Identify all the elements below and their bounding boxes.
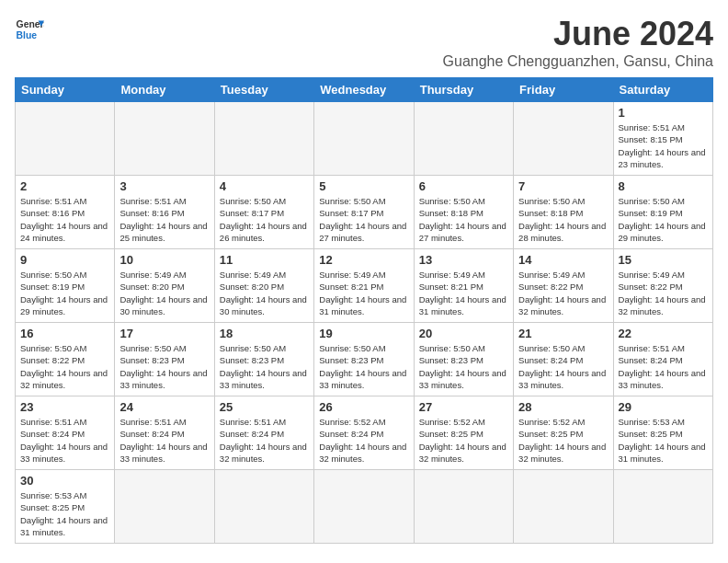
weekday-header-saturday: Saturday [613,78,712,102]
day-number: 1 [619,106,708,120]
calendar-cell: 5Sunrise: 5:50 AM Sunset: 8:17 PM Daylig… [314,176,414,249]
calendar-cell: 7Sunrise: 5:50 AM Sunset: 8:18 PM Daylig… [514,176,613,249]
calendar-cell: 28Sunrise: 5:52 AM Sunset: 8:25 PM Dayli… [514,396,613,470]
day-number: 2 [20,179,109,193]
calendar-week-6: 30Sunrise: 5:53 AM Sunset: 8:25 PM Dayli… [16,470,713,544]
day-info: Sunrise: 5:51 AM Sunset: 8:24 PM Dayligh… [20,416,109,465]
day-info: Sunrise: 5:50 AM Sunset: 8:18 PM Dayligh… [518,195,608,244]
weekday-header-row: SundayMondayTuesdayWednesdayThursdayFrid… [16,78,713,102]
day-number: 20 [419,327,508,340]
calendar-cell [613,470,712,544]
day-info: Sunrise: 5:53 AM Sunset: 8:25 PM Dayligh… [20,489,109,538]
day-number: 12 [319,253,408,267]
day-info: Sunrise: 5:49 AM Sunset: 8:20 PM Dayligh… [119,269,209,317]
day-info: Sunrise: 5:50 AM Sunset: 8:17 PM Dayligh… [220,195,309,244]
day-info: Sunrise: 5:50 AM Sunset: 8:23 PM Dayligh… [419,342,508,391]
generalblue-icon: General Blue [15,15,44,44]
calendar-cell: 8Sunrise: 5:50 AM Sunset: 8:19 PM Daylig… [613,176,712,249]
day-number: 24 [119,400,209,414]
day-info: Sunrise: 5:52 AM Sunset: 8:25 PM Dayligh… [419,416,508,465]
weekday-header-monday: Monday [115,78,214,102]
calendar-cell [514,470,613,544]
calendar-cell [314,470,414,544]
calendar-cell: 26Sunrise: 5:52 AM Sunset: 8:24 PM Dayli… [314,396,414,470]
day-number: 17 [119,327,209,340]
day-info: Sunrise: 5:50 AM Sunset: 8:19 PM Dayligh… [619,195,708,244]
calendar-cell [214,470,313,544]
calendar-cell: 20Sunrise: 5:50 AM Sunset: 8:23 PM Dayli… [414,323,513,396]
day-info: Sunrise: 5:50 AM Sunset: 8:18 PM Dayligh… [419,195,508,244]
calendar-cell: 9Sunrise: 5:50 AM Sunset: 8:19 PM Daylig… [16,249,115,323]
month-title: June 2024 [443,15,713,53]
day-number: 4 [220,179,309,193]
calendar-cell [214,102,313,176]
day-number: 5 [319,179,408,193]
day-info: Sunrise: 5:51 AM Sunset: 8:24 PM Dayligh… [220,416,309,465]
calendar-cell: 16Sunrise: 5:50 AM Sunset: 8:22 PM Dayli… [16,323,115,396]
calendar-cell: 22Sunrise: 5:51 AM Sunset: 8:24 PM Dayli… [613,323,712,396]
day-number: 29 [619,400,708,414]
day-info: Sunrise: 5:50 AM Sunset: 8:24 PM Dayligh… [518,342,608,391]
calendar-cell: 29Sunrise: 5:53 AM Sunset: 8:25 PM Dayli… [613,396,712,470]
day-number: 22 [619,327,708,340]
day-number: 7 [518,179,608,193]
calendar-cell: 23Sunrise: 5:51 AM Sunset: 8:24 PM Dayli… [16,396,115,470]
calendar-week-2: 2Sunrise: 5:51 AM Sunset: 8:16 PM Daylig… [16,176,713,249]
header: General Blue June 2024 Guanghe Chengguan… [15,15,713,70]
calendar-cell: 25Sunrise: 5:51 AM Sunset: 8:24 PM Dayli… [214,396,313,470]
day-info: Sunrise: 5:50 AM Sunset: 8:23 PM Dayligh… [319,342,408,391]
logo: General Blue [15,15,44,44]
day-number: 16 [20,327,109,340]
day-info: Sunrise: 5:49 AM Sunset: 8:22 PM Dayligh… [518,269,608,317]
calendar-cell: 18Sunrise: 5:50 AM Sunset: 8:23 PM Dayli… [214,323,313,396]
day-number: 19 [319,327,408,340]
calendar-week-5: 23Sunrise: 5:51 AM Sunset: 8:24 PM Dayli… [16,396,713,470]
calendar-cell: 15Sunrise: 5:49 AM Sunset: 8:22 PM Dayli… [613,249,712,323]
calendar-cell [314,102,414,176]
calendar-week-4: 16Sunrise: 5:50 AM Sunset: 8:22 PM Dayli… [16,323,713,396]
calendar-cell: 10Sunrise: 5:49 AM Sunset: 8:20 PM Dayli… [115,249,214,323]
calendar-cell: 14Sunrise: 5:49 AM Sunset: 8:22 PM Dayli… [514,249,613,323]
day-info: Sunrise: 5:50 AM Sunset: 8:22 PM Dayligh… [20,342,109,391]
day-number: 18 [220,327,309,340]
day-number: 27 [419,400,508,414]
day-number: 26 [319,400,408,414]
calendar-cell [16,102,115,176]
calendar-cell: 19Sunrise: 5:50 AM Sunset: 8:23 PM Dayli… [314,323,414,396]
weekday-header-sunday: Sunday [16,78,115,102]
day-number: 8 [619,179,708,193]
calendar-cell: 11Sunrise: 5:49 AM Sunset: 8:20 PM Dayli… [214,249,313,323]
calendar-cell [514,102,613,176]
day-number: 23 [20,400,109,414]
calendar-week-1: 1Sunrise: 5:51 AM Sunset: 8:15 PM Daylig… [16,102,713,176]
weekday-header-friday: Friday [514,78,613,102]
calendar-cell: 12Sunrise: 5:49 AM Sunset: 8:21 PM Dayli… [314,249,414,323]
day-info: Sunrise: 5:50 AM Sunset: 8:23 PM Dayligh… [220,342,309,391]
day-number: 11 [220,253,309,267]
calendar-cell: 3Sunrise: 5:51 AM Sunset: 8:16 PM Daylig… [115,176,214,249]
day-number: 14 [518,253,608,267]
day-number: 13 [419,253,508,267]
day-info: Sunrise: 5:51 AM Sunset: 8:16 PM Dayligh… [20,195,109,244]
day-info: Sunrise: 5:53 AM Sunset: 8:25 PM Dayligh… [619,416,708,465]
svg-text:Blue: Blue [17,30,38,40]
day-number: 21 [518,327,608,340]
day-info: Sunrise: 5:51 AM Sunset: 8:16 PM Dayligh… [119,195,209,244]
calendar-cell: 21Sunrise: 5:50 AM Sunset: 8:24 PM Dayli… [514,323,613,396]
calendar-cell: 4Sunrise: 5:50 AM Sunset: 8:17 PM Daylig… [214,176,313,249]
day-number: 25 [220,400,309,414]
location-subtitle: Guanghe Chengguanzhen, Gansu, China [443,53,713,70]
calendar-cell [414,102,513,176]
calendar-cell: 2Sunrise: 5:51 AM Sunset: 8:16 PM Daylig… [16,176,115,249]
calendar-cell [115,470,214,544]
day-info: Sunrise: 5:49 AM Sunset: 8:21 PM Dayligh… [319,269,408,317]
day-info: Sunrise: 5:49 AM Sunset: 8:20 PM Dayligh… [220,269,309,317]
day-number: 30 [20,474,109,488]
calendar-cell [115,102,214,176]
calendar-cell: 24Sunrise: 5:51 AM Sunset: 8:24 PM Dayli… [115,396,214,470]
calendar-table: SundayMondayTuesdayWednesdayThursdayFrid… [15,77,713,544]
day-info: Sunrise: 5:50 AM Sunset: 8:23 PM Dayligh… [119,342,209,391]
day-info: Sunrise: 5:51 AM Sunset: 8:24 PM Dayligh… [619,342,708,391]
day-number: 3 [119,179,209,193]
weekday-header-thursday: Thursday [414,78,513,102]
